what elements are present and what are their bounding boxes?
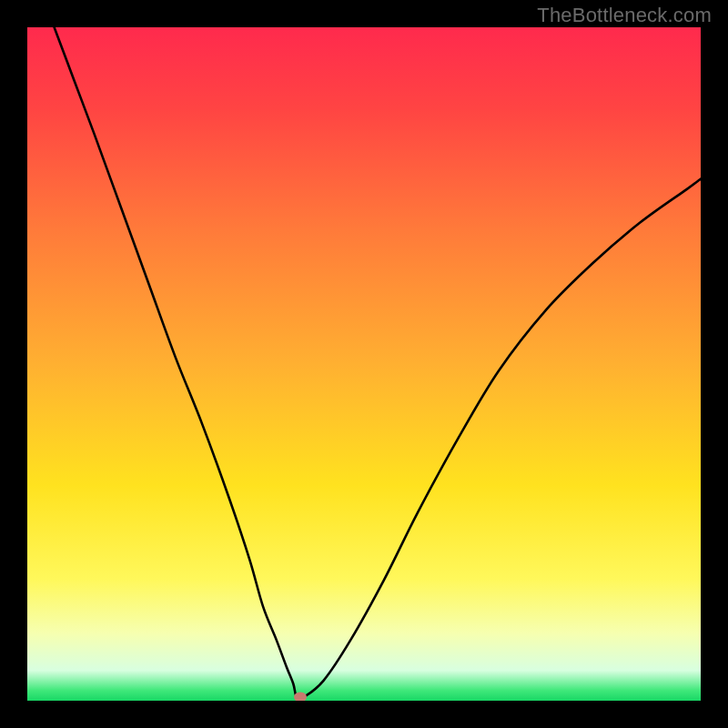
- plot-area: [27, 27, 701, 701]
- bottleneck-curve: [27, 27, 701, 701]
- watermark-text: TheBottleneck.com: [537, 4, 712, 27]
- optimal-point-marker: [294, 692, 307, 701]
- chart-frame: TheBottleneck.com: [0, 0, 728, 728]
